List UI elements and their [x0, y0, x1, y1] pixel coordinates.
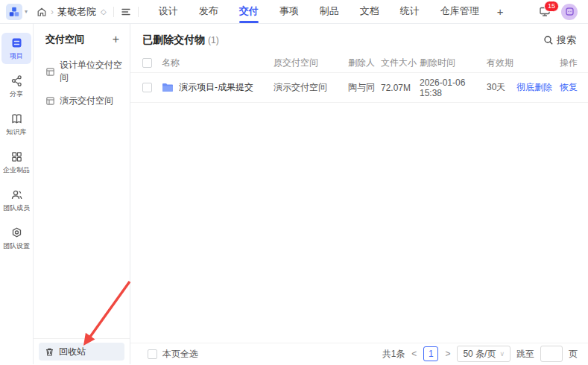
icon-rail: 项目 分享 知识库 — [0, 24, 34, 364]
app-body: 项目 分享 知识库 — [0, 24, 588, 364]
notification-button[interactable]: 15 — [539, 6, 551, 17]
topbar: ▾ › 某敬老院 ◇ 设计 发布 交付 — [0, 0, 588, 24]
table-footer: 本页全选 共1条 < 1 > 50 条/页 ∨ 跳至 页 — [130, 343, 588, 364]
space-icon — [45, 67, 55, 77]
rail-item-team-settings[interactable]: 团队设置 — [1, 223, 31, 254]
row-checkbox[interactable] — [142, 83, 152, 92]
sidebar-item-label: 设计单位交付空间 — [60, 59, 124, 84]
sidebar-item-demo-space[interactable]: 演示交付空间 — [34, 89, 130, 112]
page-size-select[interactable]: 50 条/页 ∨ — [457, 346, 510, 362]
select-all-label: 本页全选 — [162, 348, 198, 361]
rail-item-label: 团队设置 — [3, 241, 30, 251]
user-avatar[interactable] — [561, 4, 578, 20]
jump-page-input[interactable] — [540, 346, 563, 362]
search-icon — [543, 35, 554, 45]
rail-item-label: 团队成员 — [3, 203, 30, 213]
col-origin-space: 原交付空间 — [274, 57, 348, 69]
row-origin-space: 演示交付空间 — [274, 81, 348, 94]
col-actions: 操作 — [518, 57, 578, 69]
tab-statistics[interactable]: 统计 — [390, 0, 430, 24]
people-icon — [10, 188, 23, 201]
tab-warehouse[interactable]: 仓库管理 — [430, 0, 490, 24]
tab-issues[interactable]: 事项 — [269, 0, 309, 24]
chevron-down-icon: ∨ — [499, 350, 505, 358]
permanent-delete-link[interactable]: 彻底删除 — [516, 81, 552, 94]
workspace-logo[interactable]: ▾ — [6, 4, 28, 20]
space-icon — [45, 96, 55, 106]
share-icon — [10, 74, 23, 87]
rail-item-knowledge-base[interactable]: 知识库 — [1, 109, 31, 140]
tab-artifacts[interactable]: 制品 — [309, 0, 350, 24]
kanban-icon — [10, 36, 23, 49]
sidebar-item-label: 演示交付空间 — [60, 95, 113, 107]
module-tabs: 设计 发布 交付 事项 制品 文档 统计 仓库管理 + — [148, 0, 511, 24]
main-content: 已删除交付物 (1) 搜索 名称 原交付空间 删除人 文件大小 删除时间 有效期… — [130, 24, 588, 364]
gear-icon — [10, 226, 23, 239]
row-deleted-by: 陶与同 — [348, 81, 381, 94]
logo-caret-icon: ▾ — [25, 8, 28, 15]
row-deleted-at: 2026-01-06 15:38 — [420, 77, 487, 98]
page-size-value: 50 条/页 — [463, 348, 496, 361]
rail-item-label: 分享 — [10, 89, 23, 99]
deliverable-name[interactable]: 演示项目-成果提交 — [179, 81, 253, 94]
select-all-checkbox[interactable] — [142, 58, 152, 68]
tab-publish[interactable]: 发布 — [189, 0, 229, 24]
pagination: 共1条 < 1 > 50 条/页 ∨ 跳至 页 — [382, 346, 578, 362]
project-switch-icon[interactable]: ◇ — [101, 7, 107, 16]
col-deleted-by: 删除人 — [348, 57, 381, 69]
breadcrumb: › 某敬老院 ◇ — [37, 5, 145, 19]
breadcrumb-project-name[interactable]: 某敬老院 — [57, 5, 96, 19]
sidebar-title: 交付空间 — [45, 33, 84, 46]
home-icon[interactable] — [37, 7, 47, 17]
rail-item-share[interactable]: 分享 — [1, 71, 31, 102]
tab-documents[interactable]: 文档 — [350, 0, 390, 24]
total-count: 共1条 — [382, 348, 405, 361]
add-tab-button[interactable]: + — [490, 5, 511, 18]
tab-delivery[interactable]: 交付 — [229, 0, 269, 24]
page-number-button[interactable]: 1 — [423, 346, 438, 361]
divider — [138, 7, 139, 17]
prev-page-button[interactable]: < — [411, 349, 417, 359]
col-deleted-at: 删除时间 — [420, 57, 487, 69]
row-file-size: 72.07M — [381, 83, 420, 93]
col-file-size: 文件大小 — [381, 57, 420, 69]
rail-item-label: 项目 — [10, 51, 23, 61]
row-name-cell: 演示项目-成果提交 — [162, 81, 274, 94]
recycle-bin-label: 回收站 — [59, 346, 86, 358]
book-icon — [10, 112, 23, 125]
topbar-right: 15 — [539, 4, 588, 20]
folder-icon — [162, 83, 174, 92]
breadcrumb-chevron-icon: › — [51, 7, 54, 17]
sidebar-spacer — [34, 112, 130, 338]
jump-label: 跳至 — [516, 348, 534, 361]
rail-item-label: 知识库 — [7, 127, 27, 137]
sidebar-item-design-unit-space[interactable]: 设计单位交付空间 — [34, 54, 130, 89]
rail-item-label: 企业制品 — [3, 165, 30, 175]
rail-item-enterprise-artifacts[interactable]: 企业制品 — [1, 147, 31, 178]
search-label: 搜索 — [557, 34, 576, 47]
row-validity: 30天 — [487, 81, 518, 94]
delivery-space-sidebar: 交付空间 + 设计单位交付空间 演示交付空间 — [34, 24, 130, 364]
tab-design[interactable]: 设计 — [148, 0, 189, 24]
sidebar-header: 交付空间 + — [34, 24, 130, 54]
table-empty-area — [130, 103, 588, 343]
search-button[interactable]: 搜索 — [543, 34, 576, 47]
table-row[interactable]: 演示项目-成果提交 演示交付空间 陶与同 72.07M 2026-01-06 1… — [130, 73, 588, 103]
restore-link[interactable]: 恢复 — [560, 81, 578, 94]
menu-filter-icon[interactable] — [121, 7, 131, 17]
next-page-button[interactable]: > — [444, 349, 451, 359]
notification-badge: 15 — [544, 1, 559, 12]
select-all-area: 本页全选 — [142, 348, 198, 361]
table-header: 名称 原交付空间 删除人 文件大小 删除时间 有效期 操作 — [130, 54, 588, 73]
divider — [113, 7, 114, 17]
sidebar-footer: 回收站 — [34, 338, 130, 364]
row-actions: 彻底删除 恢复 — [518, 81, 578, 94]
recycle-bin-button[interactable]: 回收站 — [39, 343, 124, 361]
trash-icon — [45, 347, 54, 357]
rail-item-projects[interactable]: 项目 — [1, 33, 31, 64]
col-name: 名称 — [162, 57, 274, 69]
rail-item-team-members[interactable]: 团队成员 — [1, 185, 31, 216]
col-validity: 有效期 — [487, 57, 518, 69]
add-space-button[interactable]: + — [113, 34, 119, 45]
page-select-all-checkbox[interactable] — [148, 349, 157, 359]
